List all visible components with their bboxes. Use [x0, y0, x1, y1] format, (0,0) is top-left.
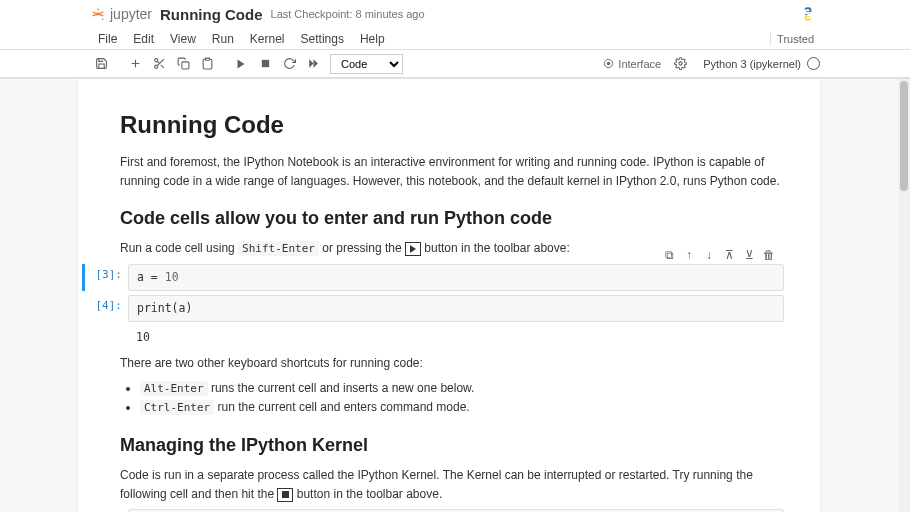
- menu-bar: File Edit View Run Kernel Settings Help …: [0, 28, 910, 50]
- svg-line-8: [157, 61, 159, 63]
- python-icon: [800, 6, 816, 22]
- svg-rect-10: [205, 58, 209, 60]
- move-up-icon[interactable]: ↑: [680, 246, 698, 264]
- checkpoint-text: Last Checkpoint: 8 minutes ago: [271, 8, 425, 20]
- delete-icon[interactable]: 🗑: [760, 246, 778, 264]
- svg-point-17: [679, 62, 682, 65]
- play-icon: [405, 242, 421, 256]
- paragraph: Code is run in a separate process called…: [120, 466, 784, 503]
- notebook-title[interactable]: Running Code: [160, 6, 262, 23]
- kernel-indicator[interactable]: [807, 57, 820, 70]
- cell-prompt: [3]:: [92, 264, 128, 281]
- cell-prompt: [4]:: [92, 295, 128, 312]
- logo-text: jupyter: [110, 6, 152, 22]
- save-button[interactable]: [90, 53, 112, 75]
- jupyter-icon: [90, 6, 106, 22]
- svg-rect-12: [261, 60, 268, 67]
- heading-2: Code cells allow you to enter and run Py…: [120, 208, 784, 229]
- cell-toolbar: ⧉ ↑ ↓ ⊼ ⊻ 🗑: [660, 246, 778, 264]
- heading-2: Managing the IPython Kernel: [120, 435, 784, 456]
- scrollbar[interactable]: [898, 79, 910, 512]
- kbd-shortcut: Alt-Enter: [140, 381, 208, 396]
- interrupt-button[interactable]: [254, 53, 276, 75]
- svg-point-16: [607, 62, 610, 65]
- restart-button[interactable]: [278, 53, 300, 75]
- move-down-icon[interactable]: ↓: [700, 246, 718, 264]
- svg-marker-13: [309, 59, 313, 68]
- cut-button[interactable]: [148, 53, 170, 75]
- kbd-shortcut: Shift-Enter: [238, 241, 319, 256]
- list-item: Alt-Enter runs the current cell and inse…: [140, 379, 784, 398]
- toolbar: Code Interface Python 3 (ipykernel): [0, 50, 910, 78]
- notebook-scroll[interactable]: Running Code First and foremost, the IPy…: [0, 79, 898, 512]
- add-cell-button[interactable]: [124, 53, 146, 75]
- insert-below-icon[interactable]: ⊻: [740, 246, 758, 264]
- svg-marker-14: [313, 59, 317, 68]
- code-cell[interactable]: ⧉ ↑ ↓ ⊼ ⊻ 🗑 [3]: a = 10: [92, 264, 784, 291]
- list: Alt-Enter runs the current cell and inse…: [140, 379, 784, 417]
- menu-edit[interactable]: Edit: [125, 30, 162, 48]
- restart-run-all-button[interactable]: [302, 53, 324, 75]
- heading-1: Running Code: [120, 111, 784, 139]
- title-bar: jupyter Running Code Last Checkpoint: 8 …: [0, 0, 910, 28]
- svg-point-1: [102, 19, 104, 21]
- cell-prompt: [92, 326, 128, 330]
- code-input[interactable]: a = 10: [128, 264, 784, 291]
- menu-help[interactable]: Help: [352, 30, 393, 48]
- paste-button[interactable]: [196, 53, 218, 75]
- interface-switch[interactable]: Interface: [603, 58, 661, 70]
- output-cell: 10: [92, 326, 784, 348]
- markdown-cell[interactable]: There are two other keyboard shortcuts f…: [120, 354, 784, 503]
- svg-point-4: [154, 59, 157, 62]
- svg-line-7: [160, 65, 163, 68]
- scrollbar-thumb[interactable]: [900, 81, 908, 191]
- jupyter-logo[interactable]: jupyter: [90, 6, 152, 22]
- stop-icon: [277, 488, 293, 502]
- markdown-cell[interactable]: Running Code First and foremost, the IPy…: [120, 111, 784, 258]
- trusted-indicator[interactable]: Trusted: [770, 33, 820, 45]
- insert-above-icon[interactable]: ⊼: [720, 246, 738, 264]
- code-input[interactable]: print(a): [128, 295, 784, 322]
- svg-point-5: [154, 65, 157, 68]
- menu-kernel[interactable]: Kernel: [242, 30, 293, 48]
- svg-marker-11: [238, 59, 245, 68]
- menu-view[interactable]: View: [162, 30, 204, 48]
- code-cell[interactable]: [4]: print(a): [92, 295, 784, 322]
- copy-button[interactable]: [172, 53, 194, 75]
- kernel-name[interactable]: Python 3 (ipykernel): [703, 58, 801, 70]
- cell-output: 10: [128, 326, 784, 348]
- kbd-shortcut: Ctrl-Enter: [140, 400, 214, 415]
- notebook: Running Code First and foremost, the IPy…: [78, 79, 820, 512]
- menu-file[interactable]: File: [90, 30, 125, 48]
- interface-label: Interface: [618, 58, 661, 70]
- settings-icon[interactable]: [669, 53, 691, 75]
- run-button[interactable]: [230, 53, 252, 75]
- paragraph: First and foremost, the IPython Notebook…: [120, 153, 784, 190]
- list-item: Ctrl-Enter run the current cell and ente…: [140, 398, 784, 417]
- duplicate-icon[interactable]: ⧉: [660, 246, 678, 264]
- svg-point-0: [97, 9, 99, 11]
- celltype-select[interactable]: Code: [330, 54, 403, 74]
- svg-rect-9: [181, 62, 188, 69]
- menu-settings[interactable]: Settings: [293, 30, 352, 48]
- menu-run[interactable]: Run: [204, 30, 242, 48]
- paragraph: There are two other keyboard shortcuts f…: [120, 354, 784, 373]
